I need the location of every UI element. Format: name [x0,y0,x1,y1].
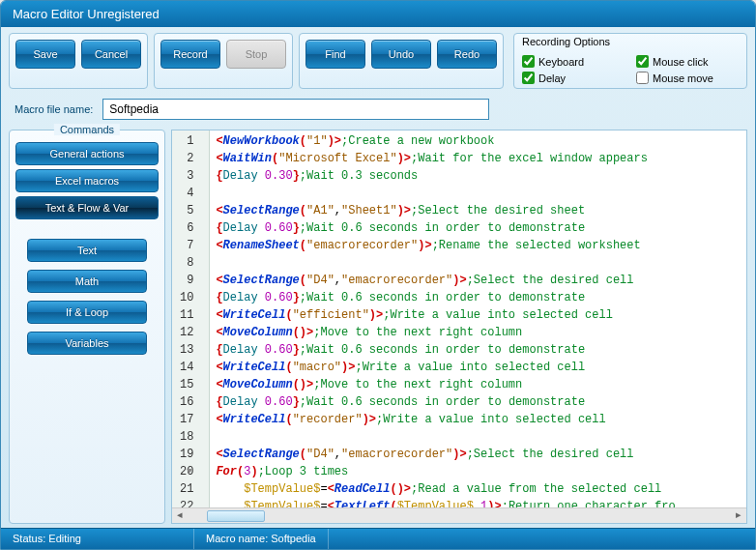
delay-label: Delay [538,72,566,84]
redo-button[interactable]: Redo [437,40,497,69]
command-text[interactable]: Text [27,239,147,262]
code-line[interactable]: $TempValue$=<ReadCell()>;Read a value fr… [216,480,741,498]
keyboard-label: Keyboard [538,56,584,68]
recording-legend: Recording Options [522,36,610,47]
main: Commands General actionsExcel macrosText… [1,130,755,528]
delay-checkbox-input[interactable] [522,72,535,84]
mousemove-checkbox-input[interactable] [636,72,649,84]
code-line[interactable]: <WaitWin("Microsoft Excel")>;Wait for th… [216,150,741,167]
code-line[interactable]: {Delay 0.60};Wait 0.6 seconds in order t… [216,219,741,237]
statusbar: Status: Editing Macro name: Softpedia [1,528,755,549]
code-line[interactable]: <WriteCell("efficient")>;Write a value i… [216,306,741,324]
scroll-right-icon[interactable]: ▸ [731,508,746,523]
command-if-loop[interactable]: If & Loop [27,301,147,324]
code-editor[interactable]: 1234567891011121314151617181920▼2122 <Ne… [171,130,747,524]
undo-button[interactable]: Undo [371,40,431,69]
toolbar: Save Cancel Record Stop Find Undo Redo R… [1,27,755,93]
app-window: Macro Editor Unregistered Save Cancel Re… [0,0,756,550]
fold-icon[interactable]: ▼ [187,463,191,480]
commands-legend: Commands [54,124,120,135]
find-button[interactable]: Find [305,40,365,69]
command-group-general-actions[interactable]: General actions [15,142,159,165]
mousemove-label: Mouse move [653,72,713,84]
code-area[interactable]: <NewWorkbook("1")>;Create a new workbook… [210,130,746,507]
record-button[interactable]: Record [160,40,220,69]
filename-input[interactable] [102,99,489,120]
cancel-button[interactable]: Cancel [81,40,141,69]
code-line[interactable]: <RenameSheet("emacrorecorder")>;Rename t… [216,237,741,254]
code-line[interactable] [216,254,741,272]
titlebar[interactable]: Macro Editor Unregistered [1,1,755,27]
code-line[interactable]: <SelectRange("A1","Sheet1")>;Select the … [216,202,741,219]
edit-buttons: Find Undo Redo [299,33,504,89]
file-buttons: Save Cancel [9,33,148,89]
line-gutter: 1234567891011121314151617181920▼2122 [172,130,210,507]
code-line[interactable]: <SelectRange("D4","emacrorecorder")>;Sel… [216,446,741,463]
command-group-text-flow-var[interactable]: Text & Flow & Var [15,196,159,219]
code-line[interactable]: <MoveColumn()>;Move to the next right co… [216,376,741,393]
code-line[interactable]: For(3);Loop 3 times [216,463,741,480]
save-button[interactable]: Save [15,40,75,69]
command-group-excel-macros[interactable]: Excel macros [15,169,159,192]
keyboard-checkbox[interactable]: Keyboard [522,55,625,68]
code-line[interactable]: {Delay 0.60};Wait 0.6 seconds in order t… [216,393,741,411]
status-left: Status: Editing [1,529,194,549]
horizontal-scrollbar[interactable]: ◂ ▸ [172,507,746,523]
scroll-left-icon[interactable]: ◂ [172,508,188,523]
code-line[interactable]: <NewWorkbook("1")>;Create a new workbook [216,132,741,150]
scroll-thumb[interactable] [207,510,265,522]
record-buttons: Record Stop [154,33,293,89]
status-right: Macro name: Softpedia [194,529,329,549]
stop-button: Stop [226,40,286,69]
commands-panel: Commands General actionsExcel macrosText… [9,130,165,524]
mouseclick-label: Mouse click [653,56,708,68]
code-line[interactable]: {Delay 0.60};Wait 0.6 seconds in order t… [216,289,741,306]
command-variables[interactable]: Variables [27,332,147,355]
mouseclick-checkbox-input[interactable] [636,55,649,68]
filename-label: Macro file name: [15,103,93,115]
code-line[interactable] [216,428,741,446]
code-line[interactable]: <SelectRange("D4","emacrorecorder")>;Sel… [216,272,741,289]
mouseclick-checkbox[interactable]: Mouse click [636,55,739,68]
code-line[interactable]: {Delay 0.30};Wait 0.3 seconds [216,167,741,185]
command-math[interactable]: Math [27,270,147,293]
recording-options: Recording Options Keyboard Mouse click D… [513,33,747,89]
keyboard-checkbox-input[interactable] [522,55,535,68]
mousemove-checkbox[interactable]: Mouse move [636,72,739,84]
code-line[interactable]: <WriteCell("recorder")>;Write a value in… [216,411,741,428]
code-line[interactable]: $TempValue$=<TextLeft($TempValue$,1)>;Re… [216,498,741,507]
delay-checkbox[interactable]: Delay [522,72,625,84]
code-line[interactable]: {Delay 0.60};Wait 0.6 seconds in order t… [216,341,741,359]
code-line[interactable]: <MoveColumn()>;Move to the next right co… [216,324,741,341]
code-line[interactable]: <WriteCell("macro")>;Write a value into … [216,359,741,376]
code-line[interactable] [216,185,741,202]
